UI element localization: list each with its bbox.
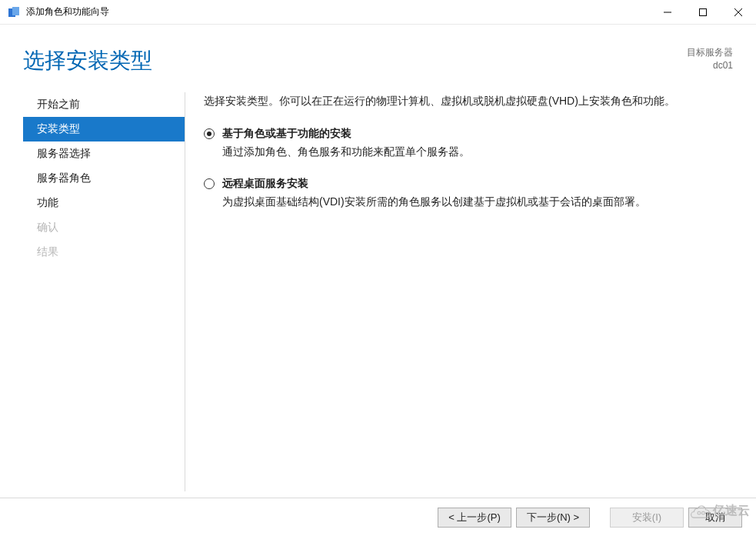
- window-title: 添加角色和功能向导: [26, 5, 109, 18]
- sidebar-item-before-you-begin[interactable]: 开始之前: [23, 92, 185, 117]
- svg-rect-1: [12, 7, 19, 15]
- option-role-based-desc: 通过添加角色、角色服务和功能来配置单个服务器。: [222, 143, 470, 161]
- radio-role-based[interactable]: [204, 128, 215, 139]
- app-icon: [8, 6, 20, 18]
- maximize-button[interactable]: [685, 0, 721, 25]
- previous-button[interactable]: < 上一步(P): [438, 508, 511, 528]
- watermark-text: 亿速云: [713, 503, 750, 519]
- install-button: 安装(I): [610, 508, 684, 528]
- sidebar-item-installation-type[interactable]: 安装类型: [23, 117, 185, 141]
- option-role-based-title: 基于角色或基于功能的安装: [222, 125, 470, 143]
- titlebar: 添加角色和功能向导: [0, 0, 756, 25]
- sidebar-item-results: 结果: [23, 240, 185, 265]
- close-button[interactable]: [721, 0, 756, 25]
- option-rds-title: 远程桌面服务安装: [222, 175, 646, 193]
- radio-rds[interactable]: [204, 178, 215, 189]
- option-rds[interactable]: 远程桌面服务安装 为虚拟桌面基础结构(VDI)安装所需的角色服务以创建基于虚拟机…: [204, 175, 733, 211]
- sidebar-item-confirmation: 确认: [23, 215, 185, 240]
- wizard-footer: < 上一步(P) 下一步(N) > 安装(I) 取消: [0, 498, 756, 536]
- svg-point-6: [698, 511, 701, 514]
- option-rds-desc: 为虚拟桌面基础结构(VDI)安装所需的角色服务以创建基于虚拟机或基于会话的桌面部…: [222, 193, 646, 211]
- target-server-label: 目标服务器: [687, 46, 733, 59]
- watermark: 亿速云: [690, 503, 750, 519]
- sidebar-item-server-selection[interactable]: 服务器选择: [23, 141, 185, 166]
- intro-text: 选择安装类型。你可以在正在运行的物理计算机、虚拟机或脱机虚拟硬盘(VHD)上安装…: [204, 92, 733, 111]
- sidebar-item-features[interactable]: 功能: [23, 191, 185, 215]
- option-role-based[interactable]: 基于角色或基于功能的安装 通过添加角色、角色服务和功能来配置单个服务器。: [204, 125, 733, 161]
- content-area: 选择安装类型。你可以在正在运行的物理计算机、虚拟机或脱机虚拟硬盘(VHD)上安装…: [185, 89, 733, 498]
- wizard-steps-sidebar: 开始之前 安装类型 服务器选择 服务器角色 功能 确认 结果: [23, 89, 185, 498]
- sidebar-item-server-roles[interactable]: 服务器角色: [23, 166, 185, 191]
- target-server-value: dc01: [687, 59, 733, 72]
- minimize-button[interactable]: [650, 0, 685, 25]
- next-button[interactable]: 下一步(N) >: [516, 508, 590, 528]
- svg-rect-3: [700, 8, 707, 15]
- svg-point-7: [701, 511, 704, 514]
- page-title: 选择安装类型: [23, 46, 687, 75]
- cloud-icon: [690, 504, 710, 518]
- header: 选择安装类型 目标服务器 dc01: [0, 25, 756, 89]
- target-server-info: 目标服务器 dc01: [687, 46, 733, 72]
